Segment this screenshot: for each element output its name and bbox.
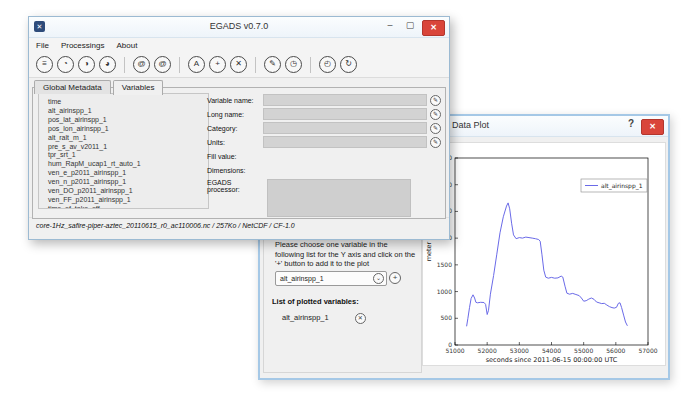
variable-list-item[interactable]: ven_FF_p2011_airinspp_1 [48,196,208,205]
chart-text: 53000 [510,347,529,354]
minimize-button[interactable]: – [383,20,397,30]
reload-icon[interactable]: ◕ [99,56,116,73]
data-plot-window-title: Data Plot [452,120,489,130]
variable-list[interactable]: timealt_airinspp_1pos_lat_airinspp_1pos_… [38,93,209,209]
edit-pencil-icon[interactable]: ✎ [430,95,441,106]
plot-icon[interactable]: ◴ [319,56,336,73]
variable-list-item[interactable]: alt_ralt_m_1 [48,134,208,143]
history-icon[interactable]: ◔ [57,56,74,73]
delete-variable-icon[interactable]: ✕ [230,56,247,73]
egads-main-window: ✕ EGADS v0.7.0 – ▢ ✕ FileProcessingsAbou… [28,16,450,240]
tab-global-metadata[interactable]: Global Metadata [34,80,111,94]
field-input[interactable] [263,108,427,120]
edit-pencil-icon[interactable]: ✎ [430,137,441,148]
field-label: Units: [207,139,263,146]
form-row: Dimensions: [207,163,441,177]
variable-list-item[interactable]: ven_DO_p2011_airinspp_1 [48,187,208,196]
variable-list-item[interactable]: alt_airinspp_1 [48,107,208,116]
y-variable-dropdown[interactable]: alt_airinspp_1 ⌄ [275,271,387,286]
toolbar-separator [179,57,180,73]
close-button[interactable]: ✕ [641,119,664,135]
variable-list-item[interactable]: time [48,98,208,107]
chart-text: 54000 [542,347,561,354]
form-row: Variable name:✎ [207,93,441,107]
menu-about[interactable]: About [116,41,137,50]
chart-text: seconds since 2011-06-15 00:00:00 UTC [486,356,618,364]
menu-processings[interactable]: Processings [61,41,105,50]
toolbar-separator [255,57,256,73]
field-label: EGADS processor: [207,179,263,193]
metadata-edit-icon[interactable]: @ [154,56,171,73]
field-input[interactable] [263,122,427,134]
toolbar: ≡◔◑◕@@A+✕✎◷◴↻ [29,52,449,78]
tab-variables[interactable]: Variables [113,80,164,95]
field-input[interactable] [263,94,427,106]
egads-processor-box [267,179,411,217]
chart-text: alt_airinspp_1 [601,182,643,190]
altitude-line-chart: 5100052000530005400055000560005700005001… [423,143,665,365]
export-icon[interactable]: ↻ [340,56,357,73]
field-label: Long name: [207,111,263,118]
form-row: Units:✎ [207,135,441,149]
chart-text: 55000 [574,347,593,354]
tab-bar: Global MetadataVariables [29,78,449,94]
variable-metadata-form: Variable name:✎Long name:✎Category:✎Unit… [207,93,441,217]
chart-text: 1000 [437,288,452,295]
close-button[interactable]: ✕ [422,20,445,36]
remove-variable-button[interactable]: ✕ [355,313,366,324]
field-label: Dimensions: [207,167,263,174]
chart-text: 57000 [638,347,657,354]
maximize-button[interactable]: ▢ [403,20,417,30]
menu-file[interactable]: File [36,41,49,50]
status-text: core-1Hz_safire-piper-aztec_20110615_r0_… [36,222,295,229]
main-titlebar[interactable]: ✕ EGADS v0.7.0 – ▢ ✕ [29,17,449,38]
chart-text: 0 [448,341,452,348]
variable-list-item[interactable]: tpr_srt_1 [48,151,208,160]
edit-pencil-icon[interactable]: ✎ [430,109,441,120]
toolbar-separator [310,57,311,73]
plotted-variable-item: alt_airinspp_1✕ [282,313,417,325]
field-label: Category: [207,125,263,132]
chart-text: meter [425,241,433,261]
variable-list-item[interactable]: pos_lat_airinspp_1 [48,116,208,125]
form-row-processor: EGADS processor: [207,179,441,217]
form-row: Long name:✎ [207,107,441,121]
chart-text: 1500 [437,261,452,268]
variable-list-item[interactable]: time_of_take_off [48,205,208,209]
field-label: Variable name: [207,97,263,104]
chart-text: 500 [441,314,453,321]
variable-list-item[interactable]: pos_lon_airinspp_1 [48,125,208,134]
metadata-icon[interactable]: @ [133,56,150,73]
form-row: Category:✎ [207,121,441,135]
chart-text: 52000 [478,347,497,354]
field-input[interactable] [263,136,427,148]
open-file-icon[interactable]: ≡ [36,56,53,73]
plotted-variables-list: alt_airinspp_1✕ [282,313,417,325]
variable-list-item[interactable]: pre_s_av_v2011_1 [48,143,208,152]
form-row: Fill value: [207,149,441,163]
add-variable-to-plot-button[interactable]: + [389,272,401,284]
chart-text: 56000 [606,347,625,354]
redo-icon[interactable]: ◑ [78,56,95,73]
clock-icon[interactable]: ◷ [285,56,302,73]
plot-figure: 5100052000530005400055000560005700005001… [422,142,666,366]
variables-tab-pane: timealt_airinspp_1pos_lat_airinspp_1pos_… [32,87,446,219]
add-variable-icon[interactable]: + [209,56,226,73]
algorithm-icon[interactable]: A [188,56,205,73]
plot-instructions: Please choose one variable in the follow… [275,240,416,269]
status-bar: core-1Hz_safire-piper-aztec_20110615_r0_… [29,217,449,239]
variable-list-item[interactable]: ven_n_p2011_airinspp_1 [48,178,208,187]
chart-text: 51000 [445,347,464,354]
help-button[interactable]: ? [624,118,638,129]
edit-pencil-icon[interactable]: ✎ [430,123,441,134]
field-label: Fill value: [207,153,263,160]
menu-bar: FileProcessingsAbout [29,38,449,52]
plotted-variable-name: alt_airinspp_1 [282,313,329,322]
toolbar-separator [124,57,125,73]
y-variable-dropdown-value: alt_airinspp_1 [280,275,324,282]
variable-list-item[interactable]: ven_e_p2011_airinspp_1 [48,169,208,178]
chevron-down-icon[interactable]: ⌄ [373,273,384,284]
plotted-variables-header: List of plotted variables: [272,297,359,306]
edit-icon[interactable]: ✎ [264,56,281,73]
variable-list-item[interactable]: hum_RapM_ucap1_rt_auto_1 [48,160,208,169]
